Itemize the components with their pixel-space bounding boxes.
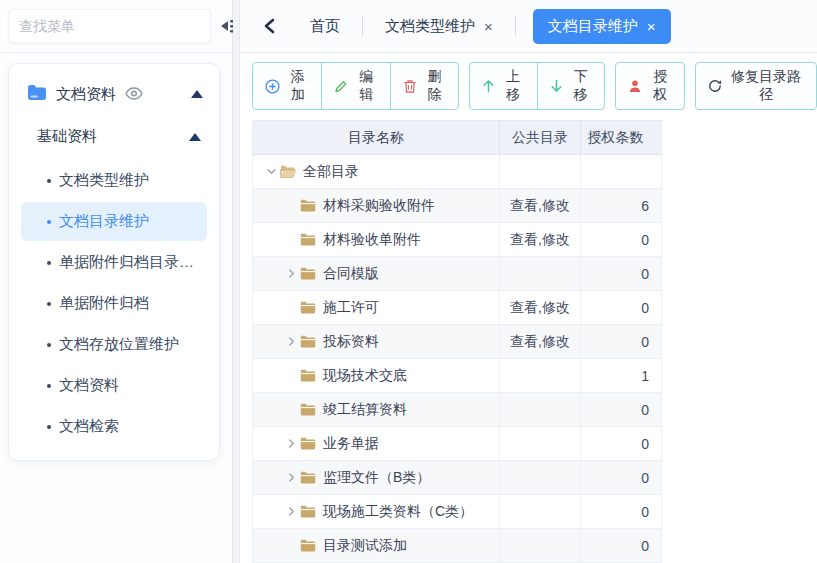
pencil-button[interactable]: 编辑 bbox=[321, 63, 389, 109]
expand-icon[interactable] bbox=[283, 438, 300, 449]
folder-icon bbox=[300, 301, 318, 314]
table-row[interactable]: 现场施工类资料（C类）0 bbox=[253, 495, 661, 529]
sidebar-item-4[interactable]: 文档存放位置维护 bbox=[21, 325, 207, 364]
search-input[interactable] bbox=[8, 9, 211, 43]
auth-count-value: 0 bbox=[581, 461, 661, 495]
public-directory-value bbox=[500, 155, 582, 189]
bullet-dot-icon bbox=[47, 343, 51, 347]
bullet-dot-icon bbox=[47, 384, 51, 388]
table-row[interactable]: 施工许可查看,修改0 bbox=[253, 291, 661, 325]
pencil-icon bbox=[334, 79, 348, 93]
table-row[interactable]: 监理文件（B类）0 bbox=[253, 461, 661, 495]
auth-count-value: 0 bbox=[581, 291, 661, 325]
bullet-dot-icon bbox=[47, 261, 51, 265]
sidebar-item-1-active[interactable]: 文档目录维护 bbox=[21, 202, 207, 241]
arrow-up-button[interactable]: 上移 bbox=[470, 63, 537, 109]
toolbar-group-3: 修复目录路径 bbox=[695, 62, 817, 110]
tab-divider bbox=[515, 16, 516, 36]
plus-circle-button[interactable]: 添加 bbox=[253, 63, 321, 109]
toolbar-button-label: 编辑 bbox=[354, 68, 377, 104]
expand-icon[interactable] bbox=[283, 506, 300, 517]
directory-name: 全部目录 bbox=[303, 163, 359, 181]
trash-button[interactable]: 删除 bbox=[390, 63, 458, 109]
sidebar-item-3[interactable]: 单据附件归档 bbox=[21, 284, 207, 323]
directory-name: 投标资料 bbox=[323, 333, 379, 351]
public-directory-value bbox=[500, 427, 582, 461]
sidebar-group-label: 文档资料 bbox=[56, 85, 116, 104]
bullet-dot-icon bbox=[47, 302, 51, 306]
expand-icon[interactable] bbox=[283, 336, 300, 347]
sidebar-item-label: 文档存放位置维护 bbox=[59, 335, 179, 352]
directory-name: 现场施工类资料（C类） bbox=[323, 503, 473, 521]
public-directory-value: 查看,修改 bbox=[500, 223, 582, 257]
triangle-up-icon[interactable] bbox=[189, 133, 201, 141]
folder-icon bbox=[27, 84, 47, 104]
collapse-icon[interactable] bbox=[263, 166, 280, 177]
tab-bar: 首页文档类型维护×文档目录维护× bbox=[240, 0, 817, 53]
trash-icon bbox=[403, 79, 417, 94]
close-icon[interactable]: × bbox=[647, 18, 656, 35]
tab-label: 首页 bbox=[310, 17, 340, 36]
toolbar-group-0: 添加编辑删除 bbox=[252, 62, 459, 110]
directory-name: 施工许可 bbox=[323, 299, 379, 317]
sidebar-item-label: 文档目录维护 bbox=[59, 212, 149, 229]
toolbar-group-2: 授权 bbox=[615, 62, 685, 110]
arrow-down-icon bbox=[550, 79, 563, 93]
table-row[interactable]: 合同模版0 bbox=[253, 257, 661, 291]
sidebar-item-0[interactable]: 文档类型维护 bbox=[21, 161, 207, 200]
sidebar-item-label: 文档资料 bbox=[59, 376, 119, 393]
tab-2-active[interactable]: 文档目录维护× bbox=[533, 9, 671, 44]
arrow-down-button[interactable]: 下移 bbox=[537, 63, 605, 109]
table-row[interactable]: 材料验收单附件查看,修改0 bbox=[253, 223, 661, 257]
public-directory-value: 查看,修改 bbox=[500, 291, 582, 325]
user-icon bbox=[628, 79, 642, 93]
toolbar: 添加编辑删除上移下移授权修复目录路径 bbox=[240, 53, 817, 115]
sidebar-item-6[interactable]: 文档检索 bbox=[21, 407, 207, 446]
sidebar-item-2[interactable]: 单据附件归档目录… bbox=[21, 243, 207, 282]
table-row[interactable]: 全部目录 bbox=[253, 155, 661, 189]
triangle-up-icon[interactable] bbox=[191, 90, 203, 98]
bullet-dot-icon bbox=[47, 425, 51, 429]
eye-icon bbox=[125, 86, 143, 103]
folder-icon bbox=[300, 471, 318, 484]
sidebar-item-5[interactable]: 文档资料 bbox=[21, 366, 207, 405]
sidebar-item-label: 单据附件归档目录… bbox=[59, 253, 194, 270]
folder-icon bbox=[300, 539, 318, 552]
toolbar-button-label: 删除 bbox=[423, 68, 446, 104]
public-directory-value bbox=[500, 529, 582, 563]
folder-icon bbox=[300, 403, 318, 416]
expand-icon[interactable] bbox=[283, 268, 300, 279]
sidebar-splitter[interactable] bbox=[233, 0, 240, 563]
directory-name: 合同模版 bbox=[323, 265, 379, 283]
sidebar-item-label: 文档类型维护 bbox=[59, 171, 149, 188]
table-row[interactable]: 目录测试添加0 bbox=[253, 529, 661, 563]
sidebar-subgroup-label: 基础资料 bbox=[37, 127, 97, 146]
public-directory-value bbox=[500, 393, 582, 427]
table-row[interactable]: 竣工结算资料0 bbox=[253, 393, 661, 427]
refresh-button[interactable]: 修复目录路径 bbox=[696, 63, 816, 109]
toolbar-button-label: 添加 bbox=[286, 68, 309, 104]
close-icon[interactable]: × bbox=[484, 18, 493, 35]
public-directory-value bbox=[500, 257, 582, 291]
expand-icon[interactable] bbox=[283, 472, 300, 483]
user-button[interactable]: 授权 bbox=[616, 63, 684, 109]
folder-icon bbox=[300, 267, 318, 280]
public-directory-value bbox=[500, 359, 582, 393]
toolbar-group-1: 上移下移 bbox=[469, 62, 605, 110]
table-row[interactable]: 业务单据0 bbox=[253, 427, 661, 461]
table-row[interactable]: 投标资料查看,修改0 bbox=[253, 325, 661, 359]
table-row[interactable]: 现场技术交底1 bbox=[253, 359, 661, 393]
directory-name: 材料采购验收附件 bbox=[323, 197, 435, 215]
public-directory-value: 查看,修改 bbox=[500, 325, 582, 359]
table-row[interactable]: 材料采购验收附件查看,修改6 bbox=[253, 189, 661, 223]
folder-icon bbox=[300, 335, 318, 348]
directory-name: 材料验收单附件 bbox=[323, 231, 421, 249]
directory-table: 目录名称公共目录授权条数 全部目录材料采购验收附件查看,修改6材料验收单附件查看… bbox=[252, 120, 662, 563]
directory-name: 竣工结算资料 bbox=[323, 401, 407, 419]
chevron-left-icon[interactable] bbox=[250, 18, 288, 34]
sidebar-group-docs[interactable]: 文档资料 bbox=[9, 68, 219, 114]
column-header-0: 目录名称 bbox=[253, 121, 500, 155]
tab-0[interactable]: 首页 bbox=[288, 17, 362, 36]
sidebar-group-basic[interactable]: 基础资料 bbox=[9, 114, 219, 159]
tab-1[interactable]: 文档类型维护× bbox=[363, 17, 515, 36]
